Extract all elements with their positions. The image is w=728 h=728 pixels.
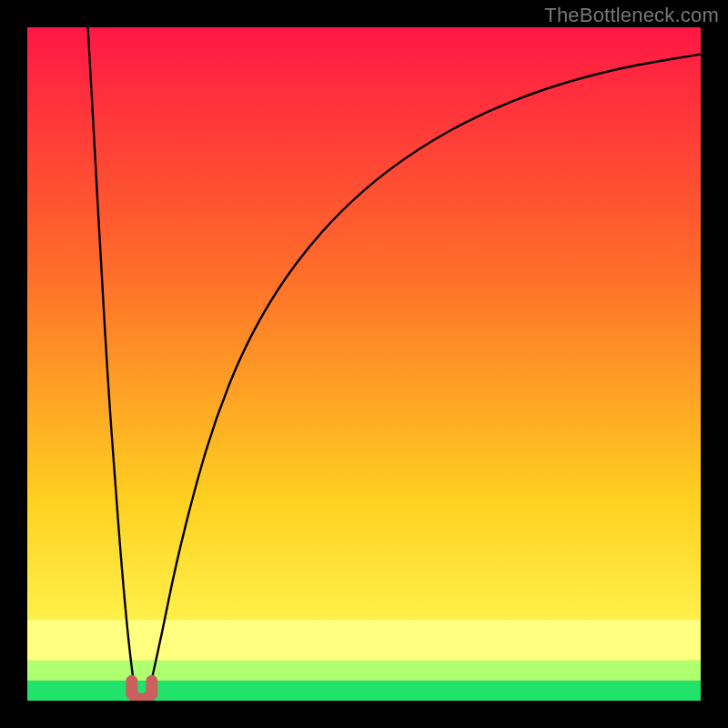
gradient-background: [27, 27, 701, 701]
watermark-text: TheBottleneck.com: [544, 4, 719, 27]
outer-frame: TheBottleneck.com: [0, 0, 728, 728]
chart-plot-area: [27, 27, 701, 701]
bottleneck-curve-chart: [27, 27, 701, 701]
